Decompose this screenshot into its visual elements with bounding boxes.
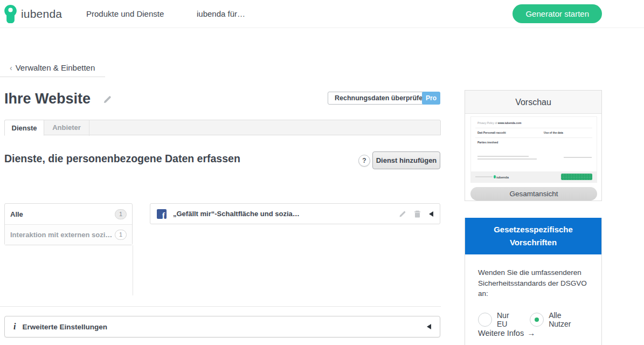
- service-actions: [399, 210, 433, 218]
- facebook-icon: f: [157, 209, 167, 219]
- collapse-chevron-icon[interactable]: [429, 211, 433, 217]
- preview-doc-row2: Parties involved: [477, 141, 498, 144]
- add-service-button[interactable]: Dienst hinzufügen: [372, 151, 440, 169]
- preview-doc-col2: Use of the data: [544, 131, 563, 134]
- content-divider: [0, 306, 441, 307]
- info-icon: i: [13, 322, 16, 332]
- category-item-alle[interactable]: Alle 1: [5, 204, 132, 224]
- edit-service-pencil-icon[interactable]: [399, 210, 406, 218]
- service-name: „Gefällt mir“-Schaltfläche und sozia…: [173, 210, 300, 218]
- category-count-badge: 1: [115, 209, 127, 219]
- tab-bar: Dienste Anbieter: [4, 120, 441, 135]
- nav-item-iubenda-fuer[interactable]: iubenda für…: [197, 9, 245, 18]
- category-label: Alle: [10, 210, 23, 218]
- arrow-right-icon: →: [527, 328, 535, 337]
- category-list: Alle 1 Interaktion mit externen sozi… 1: [4, 203, 133, 245]
- category-count-badge: 1: [115, 230, 127, 240]
- policy-preview-thumbnail[interactable]: Privacy Policy di www.iubenda.com Dati P…: [470, 116, 597, 183]
- preview-panel: Vorschau Privacy Policy di www.iubenda.c…: [465, 90, 602, 201]
- radio-alle-nutzer-label[interactable]: Alle Nutzer: [549, 311, 584, 328]
- preview-text-placeholder: [564, 157, 592, 158]
- category-label: Interaktion mit externen sozi…: [10, 231, 112, 239]
- preview-text-placeholder: [477, 156, 529, 157]
- iubenda-logo-icon: [4, 5, 17, 23]
- preview-divider: [475, 128, 592, 128]
- preview-doc-col1: Dati Personali raccolti: [477, 131, 506, 134]
- delete-service-trash-icon[interactable]: [414, 210, 421, 218]
- radio-nur-eu[interactable]: [478, 313, 492, 327]
- billing-check-button[interactable]: Rechnungsdaten überprüfen: [328, 92, 434, 105]
- collapse-chevron-icon[interactable]: [427, 324, 431, 329]
- breadcrumb-label: Verwalten & Einbetten: [16, 63, 95, 72]
- preview-text-placeholder: [475, 176, 493, 177]
- back-chevron-icon: ‹: [10, 64, 12, 72]
- generator-starten-button[interactable]: Generator starten: [513, 4, 602, 23]
- category-item-interaktion[interactable]: Interaktion mit externen sozi… 1: [5, 224, 132, 245]
- nav-item-produkte-und-dienste[interactable]: Produkte und Dienste: [86, 9, 164, 18]
- brand-name: iubenda: [21, 8, 62, 20]
- advanced-settings-label: Erweiterte Einstellungen: [22, 323, 107, 331]
- gdpr-question: Wenden Sie die umfassenderen Sicherheits…: [478, 267, 592, 299]
- breadcrumb-divider: [0, 77, 105, 77]
- breadcrumb[interactable]: ‹Verwalten & Einbetten: [10, 63, 95, 72]
- more-info-link[interactable]: Weitere Infos→: [478, 328, 535, 337]
- help-icon[interactable]: ?: [358, 155, 370, 167]
- tab-anbieter[interactable]: Anbieter: [44, 120, 89, 136]
- gdpr-scope-options: Nur EU Alle Nutzer: [478, 311, 588, 328]
- preview-footer-green-badge: [561, 174, 592, 180]
- brand-home-link[interactable]: iubenda: [4, 5, 62, 23]
- law-panel-body: Wenden Sie die umfassenderen Sicherheits…: [465, 254, 601, 328]
- top-navbar: iubenda Produkte und Dienste iubenda für…: [0, 0, 644, 28]
- full-view-button[interactable]: Gesamtansicht: [470, 187, 597, 201]
- law-panel: Gesetzesspezifische Vorschriften Wenden …: [465, 218, 602, 345]
- page: iubenda Produkte und Dienste iubenda für…: [0, 0, 644, 345]
- preview-doc-title: Privacy Policy di www.iubenda.com: [477, 121, 522, 125]
- section-heading: Dienste, die personenbezogene Daten erfa…: [4, 151, 241, 165]
- preview-doc-footer: iubenda: [471, 171, 597, 182]
- edit-title-pencil-icon[interactable]: [102, 95, 112, 105]
- advanced-settings-bar[interactable]: i Erweiterte Einstellungen: [4, 316, 440, 337]
- radio-alle-nutzer[interactable]: [530, 313, 544, 327]
- service-card: f „Gefällt mir“-Schaltfläche und sozia…: [150, 203, 440, 224]
- column-divider: [133, 245, 133, 295]
- law-panel-title: Gesetzesspezifische Vorschriften: [465, 218, 601, 254]
- preview-footer-brand: iubenda: [494, 175, 509, 179]
- radio-nur-eu-label[interactable]: Nur EU: [497, 311, 521, 328]
- pro-badge[interactable]: Pro: [422, 92, 440, 105]
- preview-text-placeholder: [477, 158, 537, 160]
- preview-panel-title: Vorschau: [465, 91, 601, 114]
- page-title: Ihre Website: [4, 91, 91, 107]
- preview-divider: [475, 137, 592, 138]
- tab-dienste[interactable]: Dienste: [4, 120, 44, 136]
